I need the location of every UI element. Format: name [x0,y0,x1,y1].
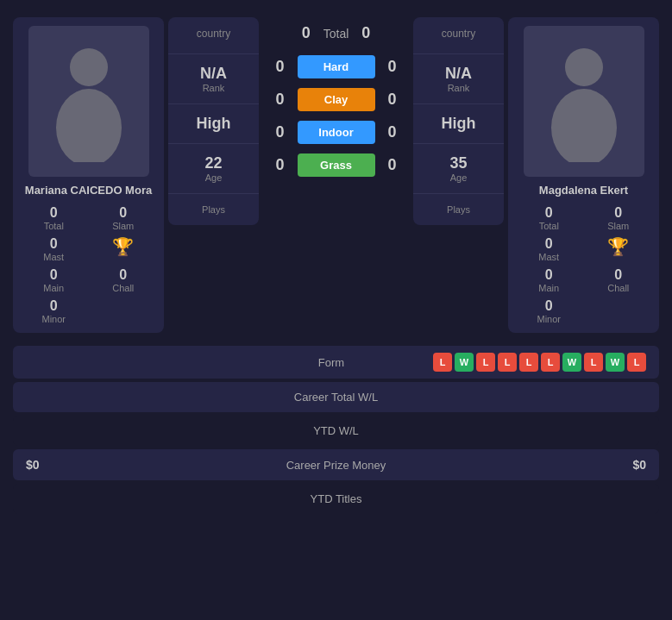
left-plays-block: Plays [168,194,259,225]
right-total-score: 0 [357,24,374,42]
right-slam-label: Slam [607,221,629,231]
court-row-grass: 0 Grass 0 [263,150,409,180]
right-mast-label: Mast [538,252,559,262]
left-minor-value: 0 [50,298,58,314]
left-age-block: 22 Age [168,144,259,194]
form-badge-w: W [455,353,474,372]
right-info-panel: country N/A Rank High 35 Age Plays [413,17,504,225]
left-chall-value: 0 [119,267,127,283]
right-trophy: 🏆 [587,236,651,262]
career-total-label: Career Total W/L [26,391,646,404]
left-info-panel: country N/A Rank High 22 Age Plays [168,17,259,225]
right-stat-minor: 0 Minor [517,298,581,324]
form-badges: LWLLLLWLWL [433,353,646,372]
form-section: Form LWLLLLWLWL [13,346,659,379]
form-badge-l: L [476,353,495,372]
form-badge-w: W [606,353,625,372]
form-badge-l: L [541,353,560,372]
grass-right-score: 0 [384,156,401,174]
left-main-label: Main [43,283,64,293]
left-main-value: 0 [50,267,58,283]
svg-point-0 [70,48,108,86]
svg-point-2 [565,48,603,86]
indoor-right-score: 0 [384,123,401,141]
right-high-block: High [413,104,504,144]
left-slam-label: Slam [112,221,134,231]
right-stat-total: 0 Total [517,205,581,231]
right-prize: $0 [491,458,646,472]
left-trophy: 🏆 [91,236,156,262]
hard-right-score: 0 [384,58,401,76]
grass-left-score: 0 [272,156,289,174]
right-stat-main: 0 Main [517,267,581,293]
left-player-stats: 0 Total 0 Slam 0 Mast 🏆 0 Main [22,205,155,324]
court-section: 0 Total 0 0 Hard 0 0 Clay 0 0 Indoor [263,17,409,180]
right-rank-label: Rank [448,83,470,93]
indoor-left-score: 0 [272,123,289,141]
total-label: Total [323,27,349,41]
right-rank-block: N/A Rank [413,54,504,104]
right-high-value: High [442,115,476,133]
prize-label: Career Prize Money [181,459,491,472]
middle-section: country N/A Rank High 22 Age Plays [168,17,504,225]
form-badge-l: L [584,353,603,372]
left-mast-value: 0 [50,236,58,252]
left-prize: $0 [26,458,181,472]
left-mast-label: Mast [43,252,64,262]
clay-button[interactable]: Clay [298,88,375,111]
left-total-label: Total [44,221,64,231]
left-player-name: Mariana CAICEDO Mora [25,184,152,197]
main-container: Mariana CAICEDO Mora 0 Total 0 Slam 0 Ma… [0,0,672,530]
left-stat-slam: 0 Slam [91,205,156,231]
ytd-titles-row: YTD Titles [13,484,659,514]
right-mast-value: 0 [545,236,553,252]
right-plays-block: Plays [413,194,504,225]
right-stat-slam: 0 Slam [587,205,651,231]
form-badge-l: L [627,353,646,372]
right-player-stats: 0 Total 0 Slam 0 Mast 🏆 0 Main [517,205,650,324]
left-country-block: country [168,17,259,54]
court-row-hard: 0 Hard 0 [263,52,409,82]
left-stat-mast: 0 Mast [22,236,86,262]
left-plays-value: Plays [202,204,225,215]
left-rank-value: N/A [200,65,227,83]
hard-left-score: 0 [272,58,289,76]
ytd-row: YTD W/L [13,416,659,446]
right-age-block: 35 Age [413,144,504,194]
left-age-value: 22 [204,154,222,172]
right-country-block: country [413,17,504,54]
left-high-block: High [168,104,259,144]
right-player-card: Magdalena Ekert 0 Total 0 Slam 0 Mast 🏆 [508,17,659,333]
left-minor-label: Minor [41,314,66,324]
right-main-label: Main [538,283,559,293]
left-player-avatar [28,26,149,177]
clay-right-score: 0 [384,91,401,109]
court-row-indoor: 0 Indoor 0 [263,117,409,147]
left-stat-minor: 0 Minor [22,298,86,324]
form-badge-w: W [562,353,581,372]
players-section: Mariana CAICEDO Mora 0 Total 0 Slam 0 Ma… [9,9,663,341]
right-minor-value: 0 [545,298,553,314]
form-badge-l: L [433,353,452,372]
right-total-label: Total [539,221,559,231]
right-age-value: 35 [449,154,467,172]
ytd-label: YTD W/L [26,424,646,437]
right-country: country [442,28,475,40]
right-rank-value: N/A [445,65,472,83]
right-total-value: 0 [545,205,553,221]
total-row: 0 Total 0 [263,17,409,49]
prize-row: $0 Career Prize Money $0 [13,449,659,480]
court-row-clay: 0 Clay 0 [263,85,409,115]
career-total-row: Career Total W/L [13,382,659,412]
left-rank-label: Rank [203,83,225,93]
hard-button[interactable]: Hard [298,55,375,78]
indoor-button[interactable]: Indoor [298,121,375,144]
left-stat-main: 0 Main [22,267,86,293]
left-country: country [197,28,230,40]
right-plays-value: Plays [447,204,470,215]
form-badge-l: L [519,353,538,372]
clay-left-score: 0 [272,91,289,109]
right-player-avatar [524,26,644,177]
grass-button[interactable]: Grass [298,153,375,177]
left-high-value: High [197,115,231,133]
